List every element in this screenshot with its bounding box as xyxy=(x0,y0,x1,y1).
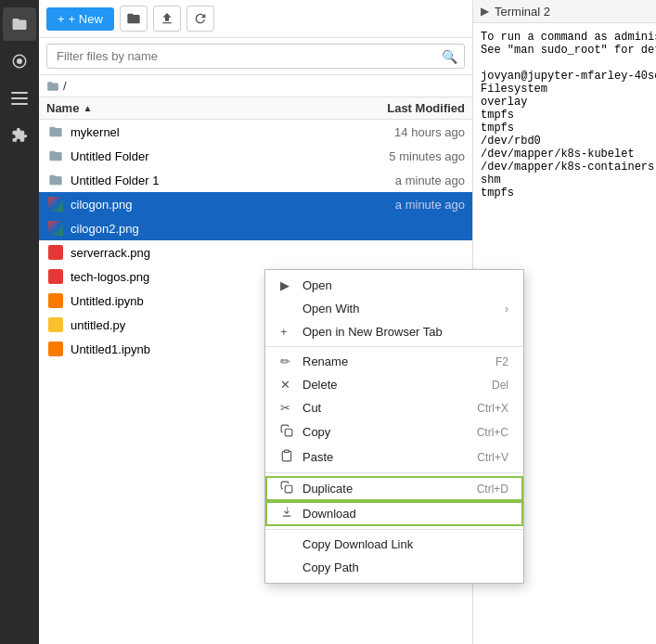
plus-icon: + xyxy=(58,12,65,26)
upload-button[interactable] xyxy=(153,6,181,32)
file-name: mykernel xyxy=(71,125,344,139)
context-menu: ▶ Open Open With › + Open in New Browser… xyxy=(264,269,524,584)
file-name: serverrack.png xyxy=(71,246,344,260)
file-row[interactable]: serverrack.png xyxy=(39,240,472,264)
file-type-icon xyxy=(46,171,65,189)
file-type-icon xyxy=(46,122,65,141)
file-modified-time: 14 hours ago xyxy=(344,125,465,139)
menu-icon-paste xyxy=(280,449,295,465)
menu-item-duplicate[interactable]: Duplicate Ctrl+D xyxy=(265,476,523,501)
menu-label: Copy xyxy=(302,425,451,439)
file-row[interactable]: mykernel 14 hours ago xyxy=(39,120,472,144)
menu-shortcut: Ctrl+C xyxy=(477,426,508,439)
menu-item-open[interactable]: ▶ Open xyxy=(265,274,523,297)
menu-item-paste[interactable]: Paste Ctrl+V xyxy=(265,444,523,470)
svg-rect-2 xyxy=(11,92,28,94)
file-type-icon xyxy=(46,219,65,238)
svg-point-1 xyxy=(17,58,22,64)
menu-item-open-with[interactable]: Open With › xyxy=(265,297,523,320)
svg-rect-7 xyxy=(285,485,292,493)
menu-separator xyxy=(265,346,523,347)
sidebar-icon-circle[interactable] xyxy=(3,45,36,78)
menu-label: Open With xyxy=(302,302,497,316)
search-input[interactable] xyxy=(46,44,465,69)
menu-label: Rename xyxy=(302,354,469,368)
search-container: 🔍 xyxy=(39,38,472,75)
svg-rect-6 xyxy=(285,450,289,452)
column-name[interactable]: Name ▲ xyxy=(46,101,344,115)
file-list-header: Name ▲ Last Modified xyxy=(39,97,472,120)
new-label: + New xyxy=(69,12,103,26)
new-folder-button[interactable] xyxy=(120,6,148,32)
sidebar-icon-folder[interactable] xyxy=(3,7,36,41)
new-button[interactable]: + + New xyxy=(46,7,114,31)
menu-shortcut: Ctrl+V xyxy=(477,451,508,464)
svg-rect-4 xyxy=(11,103,28,105)
file-name: Untitled Folder xyxy=(71,149,344,163)
menu-shortcut: Ctrl+D xyxy=(477,483,508,496)
file-name: cilogon2.png xyxy=(71,222,344,236)
file-type-icon xyxy=(46,195,65,213)
menu-item-copy-path[interactable]: Copy Path xyxy=(265,556,523,579)
submenu-arrow-icon: › xyxy=(505,303,508,316)
sort-arrow-icon: ▲ xyxy=(83,103,92,113)
menu-label: Delete xyxy=(302,378,466,392)
menu-item-open-in-new-browser-tab[interactable]: + Open in New Browser Tab xyxy=(265,320,523,343)
menu-separator xyxy=(265,529,523,530)
file-type-icon xyxy=(46,291,65,310)
search-box: 🔍 xyxy=(46,44,465,69)
menu-icon-open-in-new-browser-tab: + xyxy=(280,325,295,339)
sidebar xyxy=(0,0,39,644)
menu-shortcut: Ctrl+X xyxy=(477,402,508,415)
menu-item-copy[interactable]: Copy Ctrl+C xyxy=(265,419,523,444)
breadcrumb: / xyxy=(39,75,472,97)
menu-label: Open xyxy=(302,278,508,292)
menu-icon-delete: ✕ xyxy=(280,378,295,392)
menu-icon-rename: ✏ xyxy=(280,354,295,368)
svg-rect-3 xyxy=(11,97,28,99)
sidebar-icon-menu[interactable] xyxy=(3,82,36,115)
file-type-icon xyxy=(46,147,65,165)
file-row[interactable]: Untitled Folder 5 minutes ago xyxy=(39,144,472,168)
menu-icon-open: ▶ xyxy=(280,278,295,292)
breadcrumb-path: / xyxy=(63,79,67,93)
column-modified[interactable]: Last Modified xyxy=(344,101,465,115)
file-modified-time: a minute ago xyxy=(344,174,465,187)
file-type-icon xyxy=(46,267,65,286)
refresh-button[interactable] xyxy=(187,6,214,32)
menu-label: Download xyxy=(302,507,508,521)
col-modified-label: Last Modified xyxy=(387,101,465,115)
file-type-icon xyxy=(46,243,65,262)
menu-label: Paste xyxy=(302,450,451,464)
menu-item-delete[interactable]: ✕ Delete Del xyxy=(265,373,523,396)
menu-separator xyxy=(265,472,523,473)
menu-item-cut[interactable]: ✂ Cut Ctrl+X xyxy=(265,396,523,419)
file-type-icon xyxy=(46,340,65,358)
terminal-icon: ▶ xyxy=(481,5,489,18)
terminal-header: ▶ Terminal 2 ✕ xyxy=(473,0,656,23)
menu-label: Copy Download Link xyxy=(302,537,508,551)
file-name: Untitled Folder 1 xyxy=(71,174,344,187)
menu-label: Copy Path xyxy=(302,560,508,574)
menu-icon-cut: ✂ xyxy=(280,401,295,415)
toolbar: + + New xyxy=(39,0,472,38)
file-modified-time: 5 minutes ago xyxy=(344,149,465,163)
menu-item-download[interactable]: Download xyxy=(265,501,523,526)
menu-label: Cut xyxy=(302,401,451,415)
sidebar-icon-puzzle[interactable] xyxy=(3,119,36,152)
menu-item-copy-download-link[interactable]: Copy Download Link xyxy=(265,533,523,556)
file-row[interactable]: cilogon2.png xyxy=(39,216,472,240)
menu-icon-copy xyxy=(280,424,295,440)
menu-item-rename[interactable]: ✏ Rename F2 xyxy=(265,350,523,373)
menu-label: Open in New Browser Tab xyxy=(302,325,508,339)
svg-rect-5 xyxy=(285,429,292,436)
file-name: cilogon.png xyxy=(71,198,344,212)
file-row[interactable]: Untitled Folder 1 a minute ago xyxy=(39,168,472,192)
col-name-label: Name xyxy=(46,101,79,115)
file-row[interactable]: cilogon.png a minute ago xyxy=(39,192,472,216)
menu-shortcut: Del xyxy=(492,379,508,392)
search-icon: 🔍 xyxy=(442,49,457,64)
file-type-icon xyxy=(46,316,65,334)
menu-icon-duplicate xyxy=(280,481,295,496)
menu-shortcut: F2 xyxy=(495,355,508,368)
